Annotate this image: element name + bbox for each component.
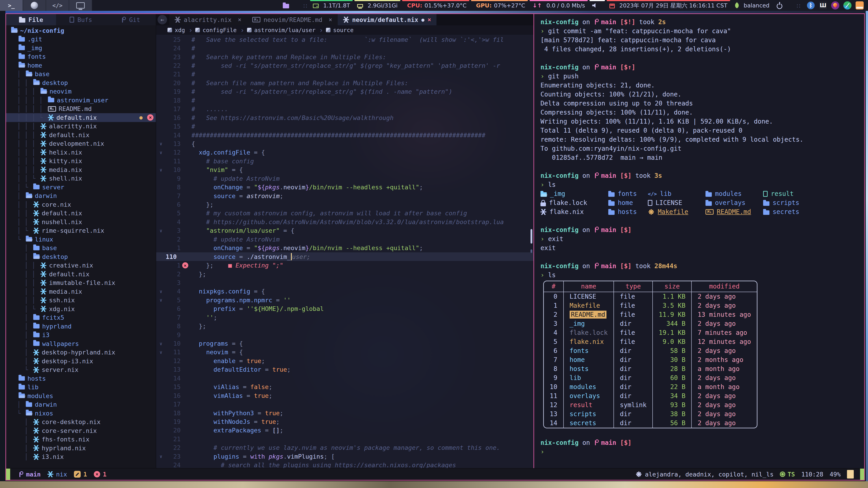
tree-guide: │ bbox=[10, 436, 32, 443]
tree-item[interactable]: │ darwin ● bbox=[6, 192, 156, 200]
tray-icon[interactable] bbox=[807, 1, 815, 10]
tree-item[interactable]: │ │ │ development.nix ● bbox=[6, 139, 156, 148]
tree-item[interactable]: │ │ default.nix ● bbox=[6, 270, 156, 279]
tree-item[interactable]: │ base ● bbox=[6, 70, 156, 78]
tree-item[interactable]: │ desktop-i3.nix ● bbox=[6, 357, 156, 365]
tree-item[interactable]: │ └ xdg.nix ● bbox=[6, 304, 156, 313]
tree-item[interactable]: │ └ server ● bbox=[6, 183, 156, 192]
fold-arrow-icon[interactable]: ∨ bbox=[156, 289, 166, 294]
close-tab-icon[interactable]: × bbox=[238, 16, 241, 23]
breadcrumb-item[interactable]: › configFile bbox=[188, 26, 237, 34]
fold-arrow-icon[interactable]: ∨ bbox=[156, 350, 166, 355]
tree-item[interactable]: │ hyprland ● bbox=[6, 322, 156, 331]
workspace-button[interactable] bbox=[46, 0, 69, 11]
tree-item[interactable]: └ nixos ● bbox=[6, 409, 156, 418]
tree-item[interactable]: │ hyprland.nix ● bbox=[6, 444, 156, 453]
workspace-button[interactable] bbox=[23, 0, 46, 11]
tree-item[interactable]: │ │ │ kitty.nix ● bbox=[6, 157, 156, 166]
tree-item-badges: ● bbox=[140, 315, 153, 321]
tree-item[interactable]: │ desktop ● bbox=[6, 252, 156, 261]
fold-arrow-icon[interactable]: ∨ bbox=[156, 297, 166, 303]
tree-item[interactable]: │ wallpapers ● bbox=[6, 339, 156, 348]
tree-item[interactable]: │ i3 ● bbox=[6, 331, 156, 339]
tree-item[interactable]: │ core-desktop.nix ● bbox=[6, 418, 156, 427]
tree-item[interactable]: .git ● bbox=[6, 35, 156, 44]
fold-arrow-icon[interactable]: ∨ bbox=[156, 341, 166, 346]
tree-item[interactable]: │ base ● bbox=[6, 244, 156, 253]
tree-item-label: darwin bbox=[35, 192, 57, 199]
tray-icon[interactable] bbox=[819, 1, 827, 10]
tree-guide: │ bbox=[10, 331, 32, 338]
terminal-pane[interactable]: nix-config on main [$!] took 2s› git com… bbox=[534, 14, 864, 468]
tree-item[interactable]: │ │ │ alacritty.nix ● bbox=[6, 122, 156, 131]
tree-item[interactable]: hosts ● bbox=[6, 374, 156, 383]
tree-item[interactable]: │ │ nushell.nix ● bbox=[6, 218, 156, 226]
tree-item[interactable]: ~/nix-config ● bbox=[6, 26, 156, 35]
tree-item[interactable]: │ │ default.nix ● bbox=[6, 209, 156, 218]
tree-item[interactable]: │ └ rime-squirrel.nix ● bbox=[6, 226, 156, 235]
tree-item[interactable]: lib ● bbox=[6, 383, 156, 392]
explorer-tab[interactable]: File bbox=[6, 14, 56, 25]
fold-arrow-icon[interactable]: ∨ bbox=[156, 141, 166, 147]
tree-item[interactable]: │ │ media.nix ● bbox=[6, 287, 156, 296]
tree-item[interactable]: │ i3.nix ● bbox=[6, 453, 156, 461]
tree-item[interactable]: │ fhs-fonts.nix ● bbox=[6, 435, 156, 444]
tree-item[interactable]: │ │ │ │ README.md ● bbox=[6, 105, 156, 113]
editor-tab[interactable]: neovim/README.md × bbox=[247, 14, 338, 25]
tree-item[interactable]: │ │ │ default.nix ● bbox=[6, 131, 156, 139]
tree-item[interactable]: │ │ └ shell.nix ● bbox=[6, 174, 156, 183]
tree-item-icon bbox=[26, 72, 32, 76]
breadcrumb-item[interactable]: › source bbox=[319, 26, 353, 34]
tree-item[interactable]: │ │ │ neovim ● bbox=[6, 87, 156, 96]
tree-item[interactable]: fonts ● bbox=[6, 53, 156, 61]
ls-entry-name: scripts bbox=[773, 198, 799, 207]
close-tab-icon[interactable]: × bbox=[428, 16, 431, 23]
code-line: ∨ 20 extraPackages = []; bbox=[156, 426, 533, 435]
close-tab-icon[interactable]: × bbox=[329, 16, 332, 23]
explorer-tab[interactable]: Bufs bbox=[56, 14, 106, 25]
cell-size: 30 B bbox=[652, 355, 691, 364]
explorer-tab[interactable]: Git bbox=[106, 14, 156, 25]
fold-arrow-icon[interactable]: ∨ bbox=[156, 454, 166, 459]
tree-guide: │ │ │ bbox=[10, 140, 39, 147]
workspace-button[interactable] bbox=[69, 0, 92, 11]
tree-item[interactable]: └ server.nix ● bbox=[6, 365, 156, 375]
fold-arrow-icon[interactable]: ∨ bbox=[156, 167, 166, 173]
breadcrumb-item[interactable]: › astronvim/lua/user bbox=[240, 26, 315, 34]
tree-item[interactable]: └ linux ● bbox=[6, 235, 156, 244]
line-number: 21 bbox=[166, 435, 181, 443]
tree-item[interactable]: │ desktop-hyprland.nix ● bbox=[6, 348, 156, 357]
tree-item[interactable]: │ │ │ helix.nix ● bbox=[6, 148, 156, 157]
code-area[interactable]: ∨ 25 # Save the selected text to a file:… bbox=[156, 35, 533, 468]
tree-item-label: server bbox=[42, 184, 64, 191]
cell-name: _img bbox=[563, 319, 614, 328]
tree-item[interactable]: modules ● bbox=[6, 392, 156, 400]
breadcrumb-item[interactable]: › xdg bbox=[161, 26, 185, 34]
fold-arrow-icon[interactable]: ∨ bbox=[156, 228, 166, 233]
tree-item[interactable]: │ │ desktop ● bbox=[6, 78, 156, 87]
code-text: prefix = ''${HOME}/.npm-global bbox=[190, 305, 324, 312]
back-button[interactable]: ← bbox=[158, 15, 167, 24]
tree-item[interactable]: │ │ │ └ default.nix ● bbox=[6, 113, 156, 122]
tray-icon[interactable] bbox=[855, 1, 864, 10]
tree-item[interactable]: _img ● bbox=[6, 43, 156, 53]
tree-item[interactable]: │ core-server.nix ● bbox=[6, 426, 156, 435]
tree-item[interactable]: │ │ core.nix ● bbox=[6, 200, 156, 209]
editor-tab[interactable]: alacritty.nix × bbox=[169, 14, 247, 25]
fold-arrow-icon[interactable]: ∨ bbox=[156, 150, 166, 155]
tree-item[interactable]: │ fcitx5 ● bbox=[6, 313, 156, 322]
tree-item[interactable]: │ │ │ media.nix ● bbox=[6, 165, 156, 174]
tree-item[interactable]: │ │ │ │ astronvim_user ● bbox=[6, 96, 156, 105]
tree-item[interactable]: │ │ ssh.nix ● bbox=[6, 296, 156, 305]
tree-guide: │ bbox=[10, 340, 32, 347]
tree-item[interactable]: │ darwin ● bbox=[6, 400, 156, 409]
editor-tab[interactable]: neovim/default.nix ● × bbox=[338, 14, 437, 25]
tree-item[interactable]: │ │ immutable-file.nix ● bbox=[6, 279, 156, 287]
sign-column bbox=[181, 349, 190, 355]
tray-icon[interactable] bbox=[831, 1, 839, 10]
code-text: plugins = with pkgs.vimPlugins; [ bbox=[190, 453, 335, 460]
tree-item[interactable]: │ │ creative.nix ● bbox=[6, 261, 156, 270]
tray-icon[interactable] bbox=[843, 1, 852, 10]
tree-item[interactable]: home ● bbox=[6, 61, 156, 70]
workspace-button[interactable] bbox=[0, 0, 23, 11]
